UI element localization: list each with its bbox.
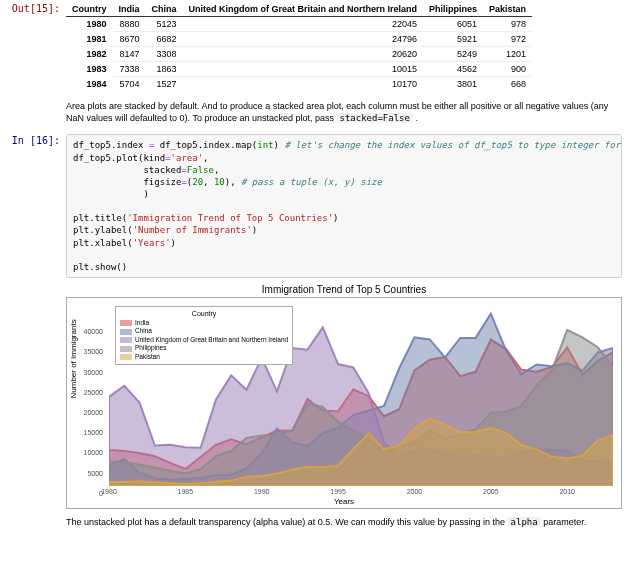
dataframe-table: CountryIndiaChinaUnited Kingdom of Great… [66, 2, 532, 91]
y-tick: 25000 [84, 388, 103, 395]
table-cell: 1863 [146, 62, 183, 77]
legend-label: China [135, 327, 152, 335]
legend-label: India [135, 319, 149, 327]
table-col-header: China [146, 2, 183, 17]
md2-code: alpha [508, 517, 541, 527]
x-tick: 1995 [330, 488, 346, 495]
table-cell: 5249 [423, 47, 483, 62]
row-index: 1983 [66, 62, 113, 77]
y-tick: 35000 [84, 348, 103, 355]
table-cell: 20620 [183, 47, 424, 62]
chart-title: Immigration Trend of Top 5 Countries [66, 280, 622, 297]
table-row: 1982814733082062052491201 [66, 47, 532, 62]
table-col-header: India [113, 2, 146, 17]
legend-label: United Kingdom of Great Britain and Nort… [135, 336, 288, 344]
table-cell: 3308 [146, 47, 183, 62]
table-cell: 24796 [183, 32, 424, 47]
out-prompt: Out[15]: [0, 2, 66, 91]
table-row: 198457041527101703801668 [66, 77, 532, 92]
legend-row: Pakistan [120, 353, 288, 361]
legend-row: Philippines [120, 344, 288, 352]
table-cell: 8880 [113, 17, 146, 32]
legend-label: Philippines [135, 344, 166, 352]
table-col-header: Pakistan [483, 2, 532, 17]
table-corner: Country [66, 2, 113, 17]
y-tick: 5000 [87, 469, 103, 476]
y-tick: 15000 [84, 429, 103, 436]
output-cell-15: Out[15]: CountryIndiaChinaUnited Kingdom… [0, 0, 630, 93]
x-tick: 1980 [101, 488, 117, 495]
y-tick: 40000 [84, 328, 103, 335]
table-row: 198088805123220456051978 [66, 17, 532, 32]
md1-b: . [415, 113, 418, 123]
markdown-text-2: The unstacked plot has a default transpa… [0, 509, 630, 537]
table-cell: 6051 [423, 17, 483, 32]
y-tick: 10000 [84, 449, 103, 456]
legend-row: United Kingdom of Great Britain and Nort… [120, 336, 288, 344]
code-block[interactable]: df_top5.index = df_top5.index.map(int) #… [66, 134, 622, 278]
table-cell: 900 [483, 62, 532, 77]
table-cell: 10015 [183, 62, 424, 77]
table-cell: 1201 [483, 47, 532, 62]
table-cell: 3801 [423, 77, 483, 92]
table-cell: 1527 [146, 77, 183, 92]
table-cell: 10170 [183, 77, 424, 92]
table-cell: 5704 [113, 77, 146, 92]
y-tick: 20000 [84, 409, 103, 416]
x-tick: 2005 [483, 488, 499, 495]
legend-swatch [120, 337, 132, 343]
table-cell: 4562 [423, 62, 483, 77]
row-index: 1982 [66, 47, 113, 62]
table-cell: 668 [483, 77, 532, 92]
input-cell-16: In [16]: df_top5.index = df_top5.index.m… [0, 132, 630, 280]
table-cell: 972 [483, 32, 532, 47]
markdown-text-1: Area plots are stacked by default. And t… [0, 93, 630, 132]
chart-box: Country IndiaChinaUnited Kingdom of Grea… [66, 297, 622, 509]
chart-legend: Country IndiaChinaUnited Kingdom of Grea… [115, 306, 293, 365]
in-prompt: In [16]: [0, 134, 66, 278]
table-cell: 8147 [113, 47, 146, 62]
table-cell: 5921 [423, 32, 483, 47]
table-output: CountryIndiaChinaUnited Kingdom of Great… [66, 2, 630, 91]
legend-row: India [120, 319, 288, 327]
chart-xlabel: Years [67, 497, 621, 506]
md2-a: The unstacked plot has a default transpa… [66, 517, 508, 527]
x-tick: 1985 [178, 488, 194, 495]
legend-label: Pakistan [135, 353, 160, 361]
row-index: 1984 [66, 77, 113, 92]
legend-swatch [120, 354, 132, 360]
y-tick: 30000 [84, 368, 103, 375]
table-row: 198373381863100154562900 [66, 62, 532, 77]
row-index: 1980 [66, 17, 113, 32]
table-col-header: Philippines [423, 2, 483, 17]
x-tick: 2000 [407, 488, 423, 495]
table-cell: 5123 [146, 17, 183, 32]
x-tick: 1990 [254, 488, 270, 495]
legend-swatch [120, 329, 132, 335]
row-index: 1981 [66, 32, 113, 47]
chart-output: Immigration Trend of Top 5 Countries Cou… [0, 280, 630, 509]
table-row: 198186706682247965921972 [66, 32, 532, 47]
md2-b: parameter. [543, 517, 586, 527]
legend-swatch [120, 346, 132, 352]
table-cell: 8670 [113, 32, 146, 47]
md1-code: stacked=False [337, 113, 413, 123]
table-col-header: United Kingdom of Great Britain and Nort… [183, 2, 424, 17]
legend-row: China [120, 327, 288, 335]
table-cell: 7338 [113, 62, 146, 77]
x-tick: 2010 [559, 488, 575, 495]
table-cell: 6682 [146, 32, 183, 47]
table-cell: 22045 [183, 17, 424, 32]
legend-title: Country [120, 309, 288, 318]
table-cell: 978 [483, 17, 532, 32]
legend-swatch [120, 320, 132, 326]
